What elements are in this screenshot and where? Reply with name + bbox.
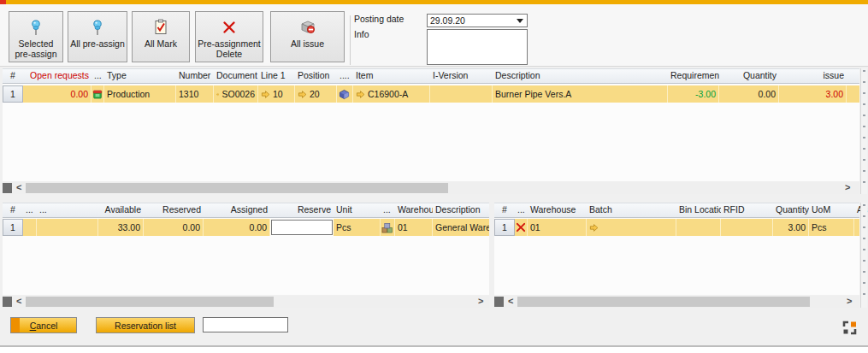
item-cube-icon [339, 89, 350, 100]
main-col-open-requests: Open requests [23, 68, 92, 84]
scroll-left-icon[interactable]: < [16, 296, 21, 308]
scroll-right-icon[interactable]: > [478, 296, 483, 308]
stock-cell-available: 33.00 [98, 219, 144, 236]
alloc-cell-bin-location [676, 219, 721, 236]
alloc-col-dots: ... [515, 203, 528, 218]
main-row-header[interactable]: 1 [3, 85, 23, 103]
scroll-left-icon[interactable]: < [508, 296, 513, 308]
main-cell-number: 1310 [176, 85, 214, 103]
alloc-cell-uom: Pcs [809, 219, 854, 236]
cancel-button[interactable]: Cancel [10, 317, 77, 333]
main-cell-filler [847, 85, 859, 103]
main-col-dots: ... [92, 68, 104, 84]
all-mark-button[interactable]: All Mark [132, 11, 190, 62]
main-col-issue: issue [779, 68, 847, 84]
stock-cell-unit: Pcs [334, 219, 381, 236]
link-arrow-icon [298, 90, 307, 99]
alloc-vscrollbar[interactable] [860, 203, 867, 308]
alloc-col-quantity: Quantity [773, 203, 809, 218]
reservation-list-button[interactable]: Reservation list [96, 317, 195, 333]
main-vscrollbar[interactable] [860, 68, 867, 194]
scroll-right-icon[interactable]: > [845, 182, 850, 194]
all-issue-button[interactable]: All issue [270, 11, 345, 62]
stock-cell-dots1 [23, 219, 37, 236]
line1-link[interactable]: 10 [273, 89, 283, 99]
posting-date-combo[interactable]: 29.09.20 [427, 14, 528, 27]
all-preassign-button[interactable]: All pre-assign [68, 11, 127, 62]
stock-col-reserve: Reserve [270, 203, 334, 218]
scrollbar-thumb[interactable] [26, 183, 448, 193]
main-cell-description: Burner Pipe Vers.A [493, 85, 668, 103]
alloc-cell-filler [854, 219, 859, 236]
info-textarea[interactable] [427, 29, 528, 65]
preassignment-delete-button[interactable]: Pre-assignment Delete [195, 11, 263, 62]
stock-col-available: Available [98, 203, 144, 218]
main-col-line1: Line 1 [258, 68, 295, 84]
alloc-cell-delete[interactable] [515, 219, 528, 236]
main-cell-item-icon [337, 85, 353, 103]
main-col-num: # [3, 68, 23, 84]
scrollbar-corner-block[interactable] [494, 297, 504, 307]
main-cell-type: Production [104, 85, 176, 103]
resize-grip-icon[interactable] [842, 321, 857, 335]
item-link[interactable]: C16900-A [368, 89, 408, 99]
main-cell-position[interactable]: 20 [295, 85, 337, 103]
toolbar-button-label: Selected pre-assign [9, 38, 62, 59]
alloc-cell-batch[interactable] [587, 219, 676, 236]
page-background [0, 347, 868, 353]
reserve-quantity-input[interactable] [271, 220, 333, 235]
scrollbar-dots [863, 204, 865, 304]
alloc-cell-rfid [721, 219, 773, 236]
link-arrow-icon [216, 90, 219, 99]
issue-box-icon [299, 18, 316, 37]
alloc-col-rfid: RFID [721, 203, 773, 218]
alloc-col-batch: Batch [587, 203, 676, 218]
toolbar-button-label: All issue [291, 38, 324, 49]
info-label: Info [354, 29, 369, 39]
footer-input[interactable] [203, 317, 288, 332]
stock-col-dots3: ... [381, 203, 395, 218]
scroll-left-icon[interactable]: < [16, 182, 21, 194]
main-col-number: Number [176, 68, 214, 84]
warehouse-icon [381, 222, 393, 233]
main-col-dots2: .... [337, 68, 353, 84]
stock-hscrollbar[interactable]: < > [3, 296, 489, 308]
main-cell-requirement: -3.00 [668, 85, 719, 103]
main-col-document: Document [214, 68, 258, 84]
position-link[interactable]: 20 [310, 89, 320, 99]
document-link[interactable]: SO0026 [221, 89, 255, 99]
link-arrow-icon [261, 90, 270, 99]
stock-row-header[interactable]: 1 [3, 219, 23, 236]
main-cell-document[interactable]: SO0026 [214, 85, 258, 103]
alloc-cell-quantity: 3.00 [773, 219, 809, 236]
checklist-icon [152, 18, 169, 37]
stock-col-warehouse: Warehouse [395, 203, 433, 218]
scroll-right-icon[interactable]: > [847, 296, 852, 308]
scrollbar-corner-block[interactable] [3, 297, 12, 307]
toolbar: Selected pre-assign All pre-assign All M… [0, 4, 868, 67]
main-col-quantity: Quantity [719, 68, 779, 84]
selected-preassign-button[interactable]: Selected pre-assign [9, 11, 63, 62]
alloc-hscrollbar[interactable]: < > [494, 296, 859, 308]
scrollbar-thumb[interactable] [517, 297, 810, 307]
pin-icon [89, 18, 106, 37]
delete-x-icon [221, 18, 238, 37]
alloc-col-bin-location: Bin Location [676, 203, 721, 218]
reservation-window: Selected pre-assign All pre-assign All M… [0, 0, 868, 353]
scrollbar-thumb[interactable] [26, 297, 274, 307]
scrollbar-corner-block[interactable] [3, 183, 12, 193]
stock-col-reserved: Reserved [144, 203, 204, 218]
toolbar-button-label: All pre-assign [70, 38, 125, 49]
stock-cell-dots2 [37, 219, 98, 236]
main-col-type: Type [104, 68, 176, 84]
main-hscrollbar[interactable]: < > [3, 182, 859, 194]
main-cell-line1[interactable]: 10 [258, 85, 295, 103]
main-cell-quantity: 0.00 [719, 85, 779, 103]
alloc-col-uom: UoM [809, 203, 854, 218]
main-cell-item[interactable]: C16900-A [353, 85, 430, 103]
alloc-col-warehouse: Warehouse [528, 203, 587, 218]
main-cell-iversion [430, 85, 493, 103]
alloc-row-header[interactable]: 1 [494, 219, 515, 236]
reservation-list-button-label: Reservation list [115, 321, 176, 331]
scrollbar-dots [863, 70, 865, 190]
